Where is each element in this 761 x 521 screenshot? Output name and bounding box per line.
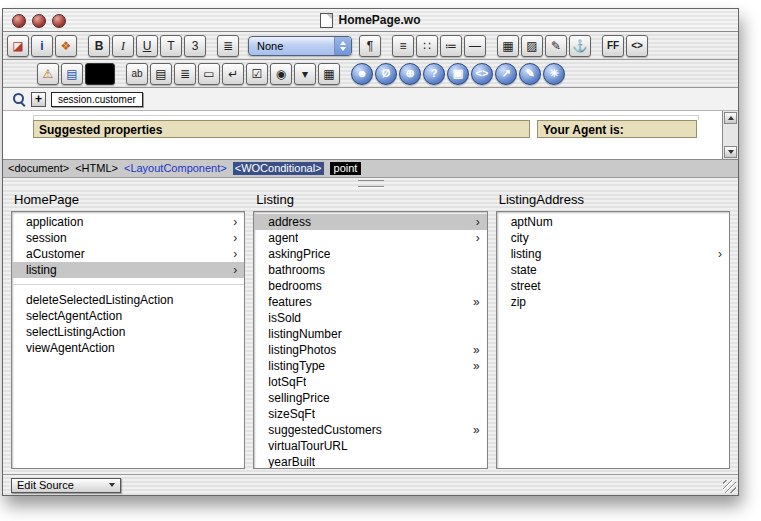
checkbox-element-button[interactable]: ☑ xyxy=(246,63,268,85)
scroll-up-button[interactable] xyxy=(724,112,737,124)
color-well[interactable] xyxy=(85,63,115,85)
image-button[interactable]: ▨ xyxy=(521,35,543,57)
magnifier-icon[interactable] xyxy=(12,92,26,106)
form-table-element-button[interactable]: ▦ xyxy=(318,63,340,85)
list-item[interactable]: state xyxy=(497,262,729,278)
list-item[interactable]: city xyxy=(497,230,729,246)
person-element-button[interactable]: ☻ xyxy=(351,63,373,85)
paragraph-format-popup[interactable]: None xyxy=(248,36,352,56)
numbered-list-button[interactable]: ≔ xyxy=(440,35,462,57)
editor-content[interactable]: Suggested properties Your Agent is: xyxy=(3,111,722,159)
resize-grip[interactable] xyxy=(723,480,736,493)
list-item[interactable]: session › xyxy=(12,230,244,246)
list-item[interactable]: virtualTourURL xyxy=(254,438,486,454)
binding-bar: + session.customer xyxy=(3,88,738,111)
submit-element-button[interactable]: ↵ xyxy=(222,63,244,85)
button-element-button[interactable]: ▭ xyxy=(198,63,220,85)
list-item[interactable]: selectAgentAction xyxy=(12,308,244,324)
list-item[interactable]: askingPrice xyxy=(254,246,486,262)
dynamic-page-button[interactable]: ▤ xyxy=(61,63,83,85)
close-button[interactable] xyxy=(12,14,26,28)
eraser-button[interactable]: ◪ xyxy=(7,35,29,57)
editor-scrollbar[interactable] xyxy=(722,111,738,159)
table-button[interactable]: ▦ xyxy=(497,35,519,57)
bold-button[interactable]: B xyxy=(88,35,110,57)
list-item[interactable]: listing › xyxy=(497,246,729,262)
list-item[interactable]: application › xyxy=(12,214,244,230)
action-arrow-button[interactable]: ↗ xyxy=(495,63,517,85)
component-content-button[interactable]: ▣ xyxy=(447,63,469,85)
zoom-button[interactable] xyxy=(52,14,66,28)
add-binding-button[interactable]: + xyxy=(31,92,46,107)
italic-button[interactable]: I xyxy=(112,35,134,57)
underline-button[interactable]: U xyxy=(136,35,158,57)
item-label: street xyxy=(511,279,541,293)
text-field-element-button[interactable]: ab xyxy=(126,63,148,85)
list-item[interactable]: sellingPrice xyxy=(254,390,486,406)
colors-button[interactable]: ❖ xyxy=(55,35,77,57)
globe-element-button[interactable]: ⊕ xyxy=(399,63,421,85)
popup-element-button[interactable]: ▾ xyxy=(294,63,316,85)
browser-element-button[interactable]: ≣ xyxy=(174,63,196,85)
list-item[interactable]: address › xyxy=(254,214,486,230)
minimize-button[interactable] xyxy=(32,14,46,28)
font-size-button[interactable]: 3 xyxy=(184,35,206,57)
list-item[interactable]: zip xyxy=(497,294,729,310)
list-item[interactable]: bedrooms xyxy=(254,278,486,294)
window-title: HomePage.wo xyxy=(338,13,420,27)
scroll-down-button[interactable] xyxy=(724,146,737,158)
path-item-document[interactable]: <document> xyxy=(8,162,69,175)
component-editor-pane[interactable]: Suggested properties Your Agent is: xyxy=(3,111,738,160)
table-cell-suggested-properties[interactable]: Suggested properties xyxy=(33,120,530,138)
alignment-button[interactable]: ≡ xyxy=(392,35,414,57)
list-item[interactable]: sizeSqFt xyxy=(254,406,486,422)
splitter-grip[interactable] xyxy=(358,180,384,187)
frames-button[interactable]: FF xyxy=(602,35,624,57)
conditional-element-button[interactable]: Ø xyxy=(375,63,397,85)
list-item[interactable]: aCustomer › xyxy=(12,246,244,262)
path-item-woconditional[interactable]: <WOConditional> xyxy=(233,162,324,175)
item-label: features xyxy=(268,295,311,309)
teletype-button[interactable]: T xyxy=(160,35,182,57)
list-item[interactable]: aptNum xyxy=(497,214,729,230)
table-cell-your-agent[interactable]: Your Agent is: xyxy=(537,120,697,138)
list-item[interactable]: listing › xyxy=(12,262,244,278)
binding-value-field[interactable]: session.customer xyxy=(51,92,143,107)
radio-element-button[interactable]: ◉ xyxy=(270,63,292,85)
pencil-button[interactable]: ✎ xyxy=(545,35,567,57)
list-item[interactable]: features » xyxy=(254,294,486,310)
object-browser: HomePage Listing ListingAddress applicat… xyxy=(3,188,738,474)
anchor-button[interactable]: ⚓ xyxy=(569,35,591,57)
path-item-layoutcomponent[interactable]: <LayoutComponent> xyxy=(124,162,227,175)
list-item[interactable]: yearBuilt xyxy=(254,454,486,469)
popup-selected-value: None xyxy=(257,40,283,52)
list-item[interactable]: listingType » xyxy=(254,358,486,374)
horizontal-rule-button[interactable]: — xyxy=(464,35,486,57)
source-element-button[interactable]: <> xyxy=(471,63,493,85)
paint-element-button[interactable]: ✎ xyxy=(519,63,541,85)
list-item[interactable]: street xyxy=(497,278,729,294)
custom-element-button[interactable]: ✳ xyxy=(543,63,565,85)
source-toggle-button[interactable]: <> xyxy=(626,35,648,57)
list-item[interactable]: lotSqFt xyxy=(254,374,486,390)
inspector-button[interactable]: i xyxy=(31,35,53,57)
edit-mode-popup[interactable]: Edit Source xyxy=(11,478,121,493)
list-item[interactable]: deleteSelectedListingAction xyxy=(12,292,244,308)
path-item-point[interactable]: point xyxy=(330,162,362,175)
path-item-html[interactable]: <HTML> xyxy=(75,162,118,175)
pilcrow-button[interactable]: ¶ xyxy=(359,35,381,57)
list-item[interactable]: listingPhotos » xyxy=(254,342,486,358)
paragraph-style-button[interactable]: ≣ xyxy=(217,35,239,57)
list-item[interactable]: agent › xyxy=(254,230,486,246)
list-item[interactable]: viewAgentAction xyxy=(12,340,244,356)
title-bar[interactable]: HomePage.wo xyxy=(3,9,738,32)
help-element-button[interactable]: ? xyxy=(423,63,445,85)
list-item[interactable]: selectListingAction xyxy=(12,324,244,340)
list-item[interactable]: isSold xyxy=(254,310,486,326)
list-item[interactable]: bathrooms xyxy=(254,262,486,278)
validation-warning-button[interactable]: ⚠ xyxy=(37,63,59,85)
text-area-element-button[interactable]: ▤ xyxy=(150,63,172,85)
list-item[interactable]: suggestedCustomers » xyxy=(254,422,486,438)
bulleted-list-button[interactable]: ∷ xyxy=(416,35,438,57)
list-item[interactable]: listingNumber xyxy=(254,326,486,342)
